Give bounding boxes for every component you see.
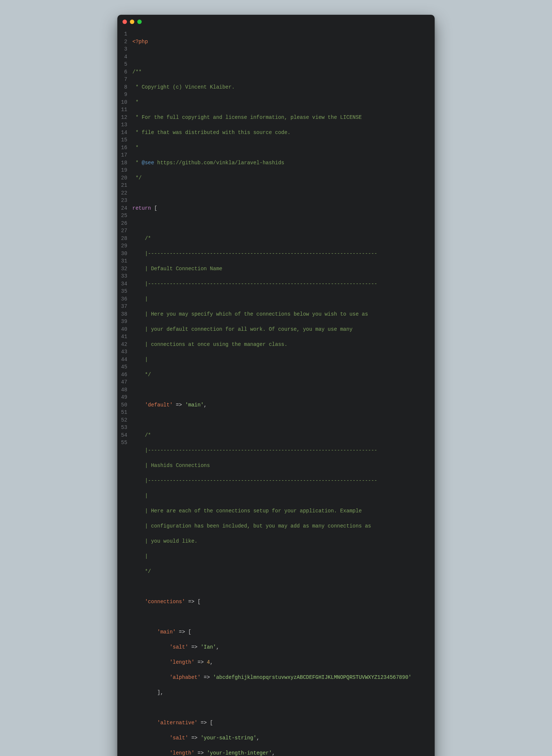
line-number: 20 — [121, 174, 127, 182]
close-icon[interactable] — [123, 20, 127, 24]
comma: , — [272, 750, 275, 756]
line-number: 42 — [121, 341, 127, 348]
line-number: 48 — [121, 386, 127, 394]
doc-line: * file that was distributed with this so… — [132, 130, 290, 135]
comment-line: | connections at once using the manager … — [132, 341, 287, 347]
php-open-tag: <?php — [132, 39, 148, 45]
comment-line: | Hashids Connections — [132, 463, 210, 468]
line-number: 32 — [121, 265, 127, 273]
indent — [132, 720, 157, 726]
number-value: 4 — [207, 659, 210, 665]
doc-line: * Copyright (c) Vincent Klaiber. — [132, 84, 235, 90]
comment-line: | configuration has been included, but y… — [132, 523, 371, 529]
line-number: 51 — [121, 409, 127, 416]
line-number: 41 — [121, 333, 127, 341]
string-value: 'Ian' — [201, 644, 216, 650]
doc-line: * — [132, 160, 142, 166]
doc-line: * — [132, 99, 139, 105]
line-number: 16 — [121, 144, 127, 152]
line-number: 19 — [121, 166, 127, 174]
editor-window: 1234567891011121314151617181920212223242… — [117, 15, 435, 756]
bracket-open: [ — [151, 205, 157, 211]
arrow: => — [188, 644, 201, 650]
line-number: 30 — [121, 250, 127, 258]
code-editor[interactable]: 1234567891011121314151617181920212223242… — [117, 29, 435, 756]
comment-line: |---------------------------------------… — [132, 281, 377, 287]
see-tag: @see — [142, 160, 154, 166]
comment-line: */ — [132, 372, 151, 378]
arrow: => [ — [176, 629, 191, 635]
comma: , — [210, 659, 213, 665]
string-value: 'your-salt-string' — [201, 735, 256, 741]
line-number: 28 — [121, 235, 127, 243]
minimize-icon[interactable] — [130, 20, 134, 24]
line-number: 39 — [121, 318, 127, 326]
line-number: 15 — [121, 136, 127, 144]
comment-line: | — [132, 493, 148, 499]
return-keyword: return — [132, 205, 151, 211]
array-key: 'salt' — [170, 644, 188, 650]
line-number-gutter: 1234567891011121314151617181920212223242… — [117, 30, 132, 756]
line-number: 29 — [121, 242, 127, 250]
indent — [132, 674, 170, 680]
comment-line: */ — [132, 568, 151, 574]
comment-line: | — [132, 357, 148, 362]
comment-line: |---------------------------------------… — [132, 251, 377, 257]
line-number: 55 — [121, 439, 127, 447]
arrow: => — [173, 402, 185, 408]
line-number: 22 — [121, 189, 127, 197]
array-key: 'length' — [170, 659, 194, 665]
indent — [132, 629, 157, 635]
string-value: 'your-length-integer' — [207, 750, 272, 756]
line-number: 5 — [121, 61, 127, 68]
doc-close: */ — [132, 175, 142, 181]
comment-line: /* — [132, 432, 151, 438]
string-value: 'main' — [185, 402, 204, 408]
line-number: 50 — [121, 401, 127, 409]
line-number: 45 — [121, 363, 127, 371]
line-number: 47 — [121, 378, 127, 386]
line-number: 46 — [121, 371, 127, 379]
line-number: 12 — [121, 114, 127, 121]
line-number: 10 — [121, 99, 127, 106]
string-value: 'abcdefghijklmnopqrstuvwxyzABCDEFGHIJKLM… — [213, 674, 411, 680]
comma: , — [204, 402, 207, 408]
arrow: => [ — [185, 599, 201, 605]
code-area[interactable]: <?php /** * Copyright (c) Vincent Klaibe… — [132, 30, 435, 756]
comment-line: | Here are each of the connections setup… — [132, 508, 362, 514]
line-number: 6 — [121, 68, 127, 76]
comma: , — [216, 644, 219, 650]
doc-url: https://github.com/vinkla/laravel-hashid… — [154, 160, 284, 166]
comment-line: | Default Connection Name — [132, 266, 222, 272]
arrow: => [ — [197, 720, 213, 726]
line-number: 21 — [121, 182, 127, 189]
line-number: 49 — [121, 394, 127, 401]
line-number: 17 — [121, 151, 127, 159]
zoom-icon[interactable] — [137, 20, 142, 24]
window-titlebar — [117, 15, 435, 29]
comment-line: | — [132, 553, 148, 559]
line-number: 25 — [121, 212, 127, 220]
array-key: 'alternative' — [157, 720, 197, 726]
line-number: 8 — [121, 83, 127, 91]
line-number: 34 — [121, 280, 127, 288]
arrow: => — [194, 659, 207, 665]
line-number: 11 — [121, 106, 127, 114]
line-number: 35 — [121, 288, 127, 295]
line-number: 40 — [121, 326, 127, 333]
doc-line: * — [132, 145, 139, 151]
comment-line: | — [132, 296, 148, 302]
bracket-close: ], — [132, 690, 163, 695]
indent — [132, 659, 170, 665]
array-key: 'main' — [157, 629, 176, 635]
indent — [132, 750, 170, 756]
line-number: 18 — [121, 159, 127, 167]
comma: , — [256, 735, 259, 741]
arrow: => — [188, 735, 201, 741]
array-key: 'length' — [170, 750, 194, 756]
array-key: 'connections' — [145, 599, 185, 605]
arrow: => — [201, 674, 213, 680]
comment-line: | you would like. — [132, 538, 197, 544]
line-number: 36 — [121, 295, 127, 303]
line-number: 3 — [121, 45, 127, 53]
